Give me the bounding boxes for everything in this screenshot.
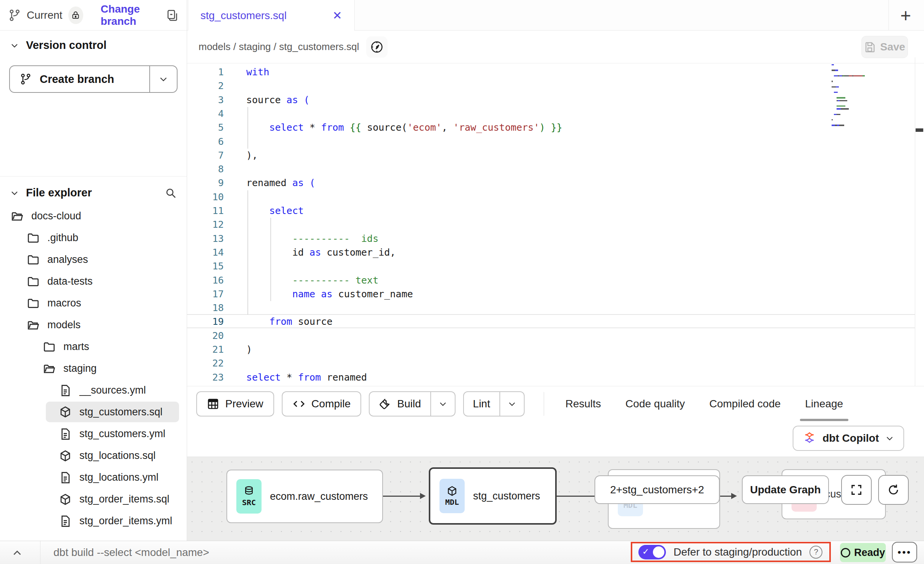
file-tree-item-stg-customers-yml[interactable]: stg_customers.yml [0, 423, 187, 445]
code-line: 17 name as customer_name [187, 287, 413, 301]
line-number: 20 [187, 329, 226, 343]
code-line: 10 [187, 190, 246, 204]
copy-icon[interactable] [165, 9, 178, 22]
ready-label: Ready [854, 547, 885, 559]
lineage-filter-input[interactable]: 2+stg_customers+2 [594, 475, 720, 504]
file-tree-item-staging[interactable]: staging [0, 358, 187, 379]
build-split-button: Build [369, 391, 455, 417]
chevron-down-icon[interactable] [10, 41, 19, 50]
create-branch-button[interactable]: Create branch [9, 65, 178, 93]
tab-code-quality[interactable]: Code quality [613, 386, 697, 421]
help-icon[interactable]: ? [809, 546, 822, 559]
compass-icon[interactable] [366, 36, 388, 58]
editor-right-divider [915, 57, 915, 386]
file-tree-item-stg-customers-sql[interactable]: stg_customers.sql [46, 402, 179, 422]
update-graph-label: Update Graph [750, 484, 821, 496]
git-branch-icon [8, 9, 21, 22]
code-text: ---------- ids [226, 232, 378, 246]
status-bar: dbt build --select <model_name> ✓ Defer … [0, 541, 924, 564]
search-icon[interactable] [165, 187, 177, 199]
file-label: marts [63, 341, 89, 353]
file-tree-item-docs-cloud[interactable]: docs-cloud [0, 205, 187, 227]
file-tree-item-macros[interactable]: macros [0, 292, 187, 314]
line-number: 13 [187, 232, 226, 246]
line-number: 2 [187, 79, 226, 93]
line-number: 3 [187, 93, 226, 107]
tab-stg-customers-sql[interactable]: stg_customers.sql ✕ [188, 0, 355, 31]
line-number: 5 [187, 121, 226, 135]
compile-label: Compile [312, 398, 351, 410]
chevron-down-icon[interactable] [10, 188, 19, 198]
file-label: stg_customers.yml [79, 428, 165, 440]
code-text [226, 218, 246, 232]
code-text [226, 357, 246, 370]
fullscreen-button[interactable] [841, 475, 872, 505]
code-line: 19 from source [187, 315, 333, 329]
file-tree-item-stg-locations-yml[interactable]: stg_locations.yml [0, 467, 187, 488]
code-line: 5 select * from {{ source('ecom', 'raw_c… [187, 121, 562, 135]
command-input[interactable]: dbt build --select <model_name> [53, 546, 209, 559]
more-options-button[interactable]: ••• [892, 542, 917, 562]
status-badge-ready[interactable]: Ready [840, 543, 886, 562]
file-tree-item--github[interactable]: .github [0, 227, 187, 249]
folder-icon [27, 297, 40, 310]
save-button[interactable]: Save [861, 36, 908, 58]
line-number: 8 [187, 162, 226, 176]
minimap[interactable] [832, 64, 913, 130]
new-tab-button[interactable]: + [896, 5, 916, 25]
lineage-node-stg-customers[interactable]: MDL stg_customers [429, 467, 557, 525]
close-icon[interactable]: ✕ [333, 9, 342, 22]
file-tree-item-analyses[interactable]: analyses [0, 249, 187, 271]
file-tree-item--sources-yml[interactable]: __sources.yml [0, 379, 187, 401]
tab-lineage[interactable]: Lineage [793, 386, 856, 421]
code-editor[interactable]: 1with23source as (45 select * from {{ so… [187, 63, 915, 386]
code-line: 18 [187, 301, 246, 315]
file-label: docs-cloud [31, 210, 81, 222]
file-tree-item-stg-order-items-yml[interactable]: stg_order_items.yml [0, 510, 187, 532]
file-tree-item-stg-locations-sql[interactable]: stg_locations.sql [0, 445, 187, 467]
line-number: 17 [187, 287, 226, 301]
refresh-button[interactable] [878, 475, 909, 505]
change-branch-link[interactable]: Change branch [101, 3, 165, 28]
tab-compiled-code[interactable]: Compiled code [697, 386, 793, 421]
update-graph-button[interactable]: Update Graph [742, 475, 829, 504]
file-label: stg_locations.sql [79, 450, 156, 462]
file-tree-item-data-tests[interactable]: data-tests [0, 271, 187, 292]
panel-tabs: ResultsCode qualityCompiled codeLineage [553, 386, 855, 421]
file-tree: docs-cloud.githubanalysesdata-testsmacro… [0, 203, 187, 532]
model-icon [59, 449, 72, 462]
lineage-canvas[interactable]: SRC ecom.raw_customers MDL stg_customers… [187, 457, 924, 541]
file-explorer-header: File explorer [0, 177, 187, 203]
scrollbar-thumb[interactable] [916, 128, 923, 132]
compile-button[interactable]: Compile [282, 391, 362, 417]
defer-label: Defer to staging/production [674, 546, 802, 558]
folder-open-icon [11, 210, 24, 223]
lint-button[interactable]: Lint [464, 392, 499, 416]
tabstrip-divider [888, 0, 889, 30]
chevron-up-icon[interactable] [11, 546, 24, 559]
file-label: stg_customers.sql [79, 406, 163, 418]
code-text: name as customer_name [226, 287, 413, 301]
code-text [226, 79, 246, 93]
file-tree-item-models[interactable]: models [0, 314, 187, 336]
tab-title: stg_customers.sql [200, 10, 287, 22]
file-tree-item-stg-order-items-sql[interactable]: stg_order_items.sql [0, 488, 187, 510]
line-number: 12 [187, 218, 226, 232]
line-number: 10 [187, 190, 226, 204]
code-line: 14 id as customer_id, [187, 246, 396, 259]
file-tree-item-marts[interactable]: marts [0, 336, 187, 358]
tab-bar: stg_customers.sql ✕ + [187, 0, 924, 31]
lint-caret[interactable] [500, 392, 524, 416]
preview-button[interactable]: Preview [196, 391, 274, 417]
build-button[interactable]: Build [370, 392, 430, 416]
code-text: select [226, 204, 304, 218]
defer-toggle[interactable]: ✓ [638, 545, 666, 559]
code-line: 1with [187, 65, 269, 79]
create-branch-caret[interactable] [150, 66, 177, 92]
lineage-node-ecom-raw-customers[interactable]: SRC ecom.raw_customers [226, 470, 383, 523]
lineage-edge [557, 496, 596, 497]
build-caret[interactable] [431, 392, 455, 416]
tab-results[interactable]: Results [553, 386, 613, 421]
node-label: ecom.raw_customers [270, 491, 368, 502]
dbt-copilot-button[interactable]: dbt Copilot [793, 426, 904, 451]
